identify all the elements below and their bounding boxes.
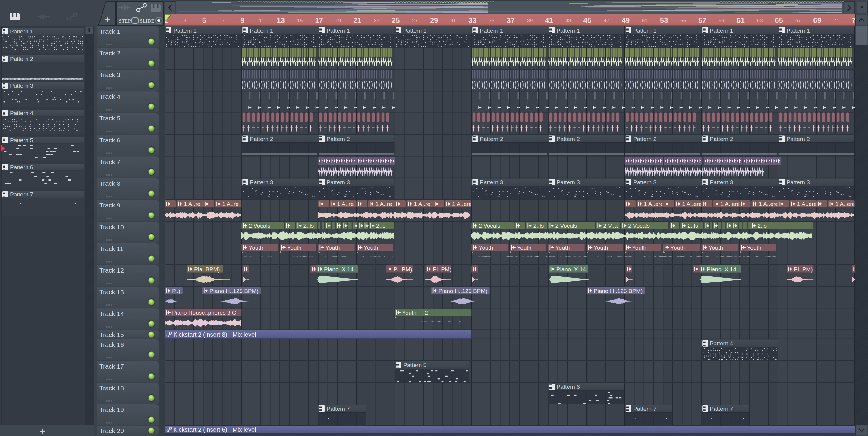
svg-text:Pattern 7: Pattern 7 bbox=[10, 191, 33, 198]
svg-text:2..ls: 2..ls bbox=[304, 223, 314, 229]
svg-text:51: 51 bbox=[642, 18, 648, 24]
svg-text:53: 53 bbox=[660, 16, 668, 24]
svg-text:23: 23 bbox=[374, 18, 379, 24]
svg-text:Youth -: Youth - bbox=[709, 244, 727, 251]
svg-text:Track 10: Track 10 bbox=[99, 224, 124, 230]
svg-text:59: 59 bbox=[718, 18, 724, 24]
svg-text:2..ls: 2..ls bbox=[687, 223, 698, 229]
svg-text:Pattern 3: Pattern 3 bbox=[710, 179, 733, 186]
svg-text:13: 13 bbox=[277, 16, 285, 24]
svg-text:STEP: STEP bbox=[119, 18, 131, 24]
svg-text:Track 19: Track 19 bbox=[99, 406, 124, 413]
svg-text:Piano H..125 BPM): Piano H..125 BPM) bbox=[210, 288, 258, 294]
svg-text:1 A..ere: 1 A..ere bbox=[797, 201, 817, 207]
svg-text:Track 3: Track 3 bbox=[99, 71, 120, 78]
svg-text:Pattern 4: Pattern 4 bbox=[10, 110, 33, 116]
svg-text:69: 69 bbox=[813, 16, 821, 24]
svg-text:Piano House..pheres 3 G: Piano House..pheres 3 G bbox=[172, 309, 236, 316]
svg-text:Piano..X 14: Piano..X 14 bbox=[707, 266, 737, 272]
svg-text:1 A..ere: 1 A..ere bbox=[758, 201, 778, 207]
svg-text:SLIDE: SLIDE bbox=[140, 18, 154, 24]
svg-text:Pattern 7: Pattern 7 bbox=[327, 406, 350, 412]
svg-text:Track 20: Track 20 bbox=[99, 427, 124, 434]
svg-text:29: 29 bbox=[430, 16, 438, 24]
svg-text:Pattern 3: Pattern 3 bbox=[10, 82, 33, 89]
svg-text:Pattern 1: Pattern 1 bbox=[250, 27, 273, 34]
svg-text:Youth -: Youth - bbox=[364, 244, 382, 251]
svg-text:17: 17 bbox=[315, 16, 323, 24]
svg-text:Track 5: Track 5 bbox=[99, 115, 120, 122]
svg-text:Pattern 3: Pattern 3 bbox=[633, 179, 656, 186]
svg-text:65: 65 bbox=[775, 16, 783, 24]
svg-text:Pattern 2: Pattern 2 bbox=[633, 136, 656, 142]
svg-text:Track 18: Track 18 bbox=[99, 384, 124, 392]
svg-text:57: 57 bbox=[698, 16, 707, 24]
svg-text:Pi..PM): Pi..PM) bbox=[794, 266, 812, 272]
svg-text:2 Vocals: 2 Vocals bbox=[249, 223, 270, 229]
svg-text:47: 47 bbox=[604, 18, 610, 24]
svg-text:1 A..re: 1 A..re bbox=[184, 201, 200, 207]
svg-text:49: 49 bbox=[622, 16, 630, 24]
svg-text:Pattern 3: Pattern 3 bbox=[250, 179, 273, 186]
svg-text:27: 27 bbox=[412, 18, 418, 24]
svg-text:31: 31 bbox=[450, 18, 456, 24]
svg-text:Pattern 5: Pattern 5 bbox=[10, 137, 33, 143]
svg-text:Youth -: Youth - bbox=[747, 244, 765, 251]
svg-text:Track 6: Track 6 bbox=[99, 137, 120, 144]
svg-text:Pattern 2: Pattern 2 bbox=[10, 56, 33, 62]
svg-text:Pattern 3: Pattern 3 bbox=[327, 179, 350, 186]
svg-text:1 A..re: 1 A..re bbox=[375, 201, 392, 207]
svg-text:2 Vocals: 2 Vocals bbox=[628, 223, 650, 229]
svg-text:Youth -: Youth - bbox=[249, 244, 267, 251]
svg-text:Pattern 2: Pattern 2 bbox=[480, 136, 503, 142]
svg-text:Pattern 2: Pattern 2 bbox=[557, 136, 580, 142]
svg-text:21: 21 bbox=[353, 16, 361, 24]
svg-text:39: 39 bbox=[527, 18, 533, 24]
svg-text:67: 67 bbox=[795, 18, 801, 24]
svg-text:2 V..a: 2 V..a bbox=[603, 223, 618, 229]
svg-text:Pattern 6: Pattern 6 bbox=[557, 383, 580, 390]
svg-text:Pattern 1: Pattern 1 bbox=[10, 28, 33, 35]
svg-text:2..s: 2..s bbox=[757, 223, 767, 229]
svg-text:Pattern 1: Pattern 1 bbox=[173, 27, 196, 34]
svg-text:Pattern 6: Pattern 6 bbox=[10, 164, 33, 170]
svg-text:63: 63 bbox=[757, 18, 763, 24]
svg-text:Youth -: Youth - bbox=[670, 244, 688, 251]
svg-text:Track 2: Track 2 bbox=[99, 50, 120, 57]
svg-text:Youth -: Youth - bbox=[517, 244, 535, 251]
svg-text:Track 16: Track 16 bbox=[99, 341, 124, 348]
svg-text:1 A..re: 1 A..re bbox=[337, 201, 354, 207]
svg-text:Track 4: Track 4 bbox=[99, 93, 121, 100]
svg-text:Pi..PM): Pi..PM) bbox=[433, 266, 452, 272]
svg-text:Pattern 7: Pattern 7 bbox=[633, 406, 656, 412]
svg-text:61: 61 bbox=[737, 16, 745, 24]
svg-text:Pattern 7: Pattern 7 bbox=[710, 406, 733, 412]
svg-text:3: 3 bbox=[184, 18, 186, 24]
svg-text:Track 15: Track 15 bbox=[99, 331, 124, 338]
svg-text:1 A..ere: 1 A..ere bbox=[682, 201, 702, 207]
svg-text:Track 12: Track 12 bbox=[99, 267, 124, 274]
svg-text:Pattern 2: Pattern 2 bbox=[250, 136, 273, 142]
svg-text:Track 17: Track 17 bbox=[99, 363, 124, 370]
svg-text:1 A..ere: 1 A..ere bbox=[835, 201, 855, 207]
svg-text:Pattern 1: Pattern 1 bbox=[480, 27, 503, 34]
svg-text:Pattern 1: Pattern 1 bbox=[710, 27, 733, 34]
svg-text:1 A..re: 1 A..re bbox=[414, 201, 430, 207]
svg-text:Youth -: Youth - bbox=[555, 244, 574, 251]
svg-text:Track 14: Track 14 bbox=[99, 310, 124, 317]
svg-text:Youth -: Youth - bbox=[594, 244, 612, 251]
svg-text:Pattern 3: Pattern 3 bbox=[480, 179, 503, 186]
svg-text:37: 37 bbox=[507, 16, 515, 24]
svg-text:Pattern 2: Pattern 2 bbox=[710, 136, 733, 142]
svg-text:Pattern 3: Pattern 3 bbox=[786, 179, 810, 186]
svg-text:Youth - _2: Youth - _2 bbox=[402, 309, 428, 316]
svg-text:Youth -: Youth - bbox=[326, 244, 344, 251]
svg-text:P..): P..) bbox=[172, 288, 180, 294]
svg-text:Pattern 1: Pattern 1 bbox=[786, 27, 810, 34]
svg-text:Pattern 1: Pattern 1 bbox=[557, 27, 580, 34]
svg-text:Pattern 2: Pattern 2 bbox=[327, 136, 350, 142]
svg-text:Pattern 5: Pattern 5 bbox=[403, 362, 427, 368]
svg-text:71: 71 bbox=[834, 18, 839, 24]
svg-text:35: 35 bbox=[489, 18, 494, 24]
svg-text:Pia..BPM): Pia..BPM) bbox=[194, 266, 220, 272]
